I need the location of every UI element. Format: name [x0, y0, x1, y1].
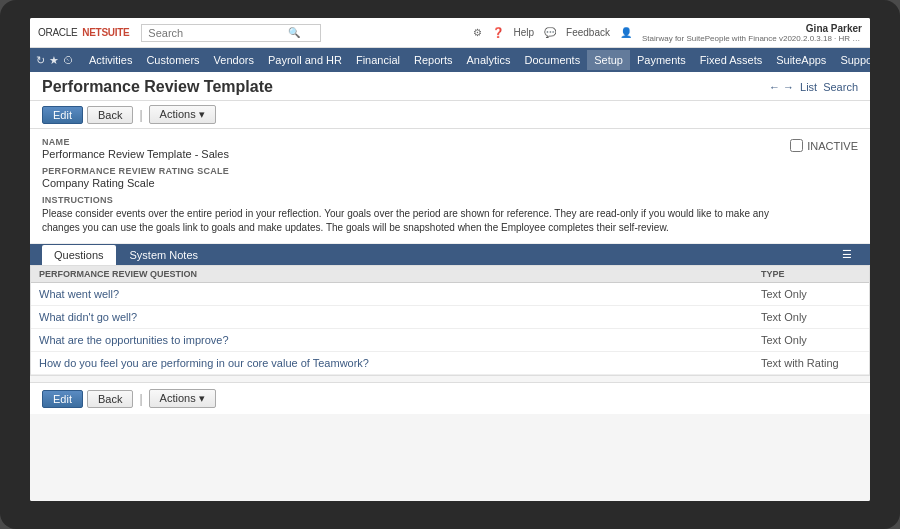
nav-item-reports[interactable]: Reports: [407, 50, 460, 70]
search-button[interactable]: 🔍: [288, 27, 300, 38]
nav-item-vendors[interactable]: Vendors: [207, 50, 261, 70]
row-type-3: Text with Rating: [761, 357, 861, 369]
edit-button[interactable]: Edit: [42, 106, 83, 124]
oracle-brand: ORACLE: [38, 27, 77, 38]
inactive-checkbox[interactable]: [790, 139, 803, 152]
actions-button[interactable]: Actions ▾: [149, 105, 216, 124]
content-area: Performance Review Template ← → List Sea…: [30, 72, 870, 501]
settings-icon[interactable]: ⚙: [473, 27, 482, 38]
user-subtitle: Stairway for SuitePeople with Finance v2…: [642, 34, 862, 43]
nav-item-payments[interactable]: Payments: [630, 50, 693, 70]
instructions-text: Please consider events over the entire p…: [42, 207, 774, 235]
nav-item-customers[interactable]: Customers: [139, 50, 206, 70]
main-toolbar: Edit Back | Actions ▾: [30, 101, 870, 129]
star-icon[interactable]: ★: [49, 54, 59, 67]
nav-item-support[interactable]: Support: [833, 50, 870, 70]
screen: ORACLE NETSUITE 🔍 ⚙ ❓ Help 💬 Feedback 👤 …: [30, 18, 870, 501]
search-link[interactable]: Search: [823, 81, 858, 93]
home-icon[interactable]: ↻: [36, 54, 45, 67]
inactive-checkbox-label[interactable]: INACTIVE: [790, 139, 858, 152]
col-header-type: TYPE: [761, 269, 861, 279]
nav-item-fixed-assets[interactable]: Fixed Assets: [693, 50, 769, 70]
nav-item-suiteapps[interactable]: SuiteApps: [769, 50, 833, 70]
form-section: NAME Performance Review Template - Sales…: [30, 129, 870, 244]
search-bar[interactable]: 🔍: [141, 24, 321, 42]
top-bar-right: ⚙ ❓ Help 💬 Feedback 👤 Gina Parker Stairw…: [473, 23, 863, 43]
feedback-icon[interactable]: 💬: [544, 27, 556, 38]
oracle-logo: ORACLE NETSUITE: [38, 27, 129, 38]
page-header-actions: ← → List Search: [769, 81, 858, 93]
row-question-1: What didn't go well?: [39, 310, 761, 324]
tab-questions[interactable]: Questions: [42, 245, 116, 265]
nav-item-documents[interactable]: Documents: [518, 50, 588, 70]
help-icon[interactable]: ❓: [492, 27, 504, 38]
rating-scale-label: PERFORMANCE REVIEW RATING SCALE: [42, 166, 774, 176]
question-link-3[interactable]: How do you feel you are performing in ou…: [39, 357, 369, 369]
col-header-question: PERFORMANCE REVIEW QUESTION: [39, 269, 761, 279]
row-type-2: Text Only: [761, 334, 861, 346]
user-info: Gina Parker Stairway for SuitePeople wit…: [642, 23, 862, 43]
bottom-edit-button[interactable]: Edit: [42, 390, 83, 408]
question-link-1[interactable]: What didn't go well?: [39, 311, 137, 323]
nav-item-payroll[interactable]: Payroll and HR: [261, 50, 349, 70]
laptop-frame: ORACLE NETSUITE 🔍 ⚙ ❓ Help 💬 Feedback 👤 …: [0, 0, 900, 529]
list-link[interactable]: List: [800, 81, 817, 93]
tab-system-notes[interactable]: System Notes: [118, 245, 210, 265]
nav-item-activities[interactable]: Activities: [82, 50, 139, 70]
row-question-0: What went well?: [39, 287, 761, 301]
row-type-1: Text Only: [761, 311, 861, 323]
tabs-list: Questions System Notes: [42, 245, 210, 265]
nav-icons: ↻ ★ ⏲: [36, 54, 74, 67]
table-row: What are the opportunities to improve? T…: [31, 329, 869, 352]
bottom-actions-button[interactable]: Actions ▾: [149, 389, 216, 408]
nav-item-analytics[interactable]: Analytics: [460, 50, 518, 70]
table-header: PERFORMANCE REVIEW QUESTION TYPE: [31, 266, 869, 283]
feedback-label[interactable]: Feedback: [566, 27, 610, 38]
search-input[interactable]: [148, 27, 288, 39]
rating-scale-value: Company Rating Scale: [42, 177, 774, 189]
bottom-toolbar: Edit Back | Actions ▾: [30, 382, 870, 414]
page-title: Performance Review Template: [42, 78, 273, 96]
row-question-2: What are the opportunities to improve?: [39, 333, 761, 347]
back-button[interactable]: Back: [87, 106, 133, 124]
tabs-bar: Questions System Notes ☰: [30, 244, 870, 265]
question-link-0[interactable]: What went well?: [39, 288, 119, 300]
questions-table: PERFORMANCE REVIEW QUESTION TYPE What we…: [30, 265, 870, 376]
oracle-product: NETSUITE: [82, 27, 129, 38]
name-field-value: Performance Review Template - Sales: [42, 148, 774, 160]
page-header: Performance Review Template ← → List Sea…: [30, 72, 870, 101]
table-row: What didn't go well? Text Only: [31, 306, 869, 329]
user-icon: 👤: [620, 27, 632, 38]
nav-item-financial[interactable]: Financial: [349, 50, 407, 70]
tab-options-icon[interactable]: ☰: [836, 244, 858, 265]
table-row: How do you feel you are performing in ou…: [31, 352, 869, 375]
bottom-toolbar-divider: |: [139, 392, 142, 406]
question-link-2[interactable]: What are the opportunities to improve?: [39, 334, 229, 346]
table-row: What went well? Text Only: [31, 283, 869, 306]
toolbar-divider: |: [139, 108, 142, 122]
nav-items: Activities Customers Vendors Payroll and…: [82, 50, 870, 70]
name-field-label: NAME: [42, 137, 774, 147]
bottom-back-button[interactable]: Back: [87, 390, 133, 408]
instructions-label: INSTRUCTIONS: [42, 195, 774, 205]
nav-bar: ↻ ★ ⏲ Activities Customers Vendors Payro…: [30, 48, 870, 72]
nav-arrows[interactable]: ← →: [769, 81, 794, 93]
clock-icon[interactable]: ⏲: [63, 54, 74, 67]
nav-item-setup[interactable]: Setup: [587, 50, 630, 70]
top-bar: ORACLE NETSUITE 🔍 ⚙ ❓ Help 💬 Feedback 👤 …: [30, 18, 870, 48]
row-question-3: How do you feel you are performing in ou…: [39, 356, 761, 370]
user-name: Gina Parker: [806, 23, 862, 34]
inactive-label: INACTIVE: [807, 140, 858, 152]
help-label[interactable]: Help: [514, 27, 535, 38]
row-type-0: Text Only: [761, 288, 861, 300]
